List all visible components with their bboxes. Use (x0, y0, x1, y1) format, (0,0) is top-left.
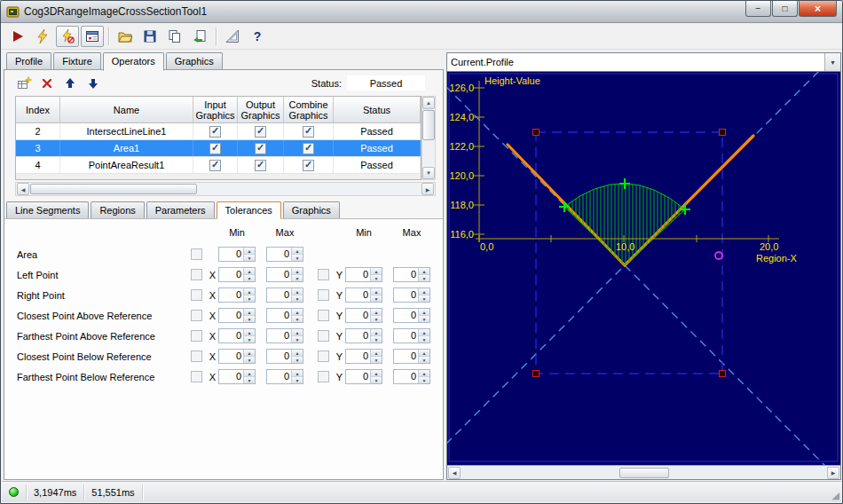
maximize-button[interactable]: □ (772, 1, 798, 17)
delete-operator-button[interactable] (38, 75, 56, 92)
run-button[interactable] (6, 26, 29, 47)
x-enable-checkbox[interactable] (191, 371, 202, 382)
help-button[interactable]: ? (246, 26, 269, 47)
x-max-spinner[interactable]: 0 (266, 328, 303, 343)
y-min-spinner[interactable]: 0 (345, 349, 382, 364)
resize-grip[interactable]: ◢ (832, 491, 839, 500)
x-enable-checkbox[interactable] (191, 350, 202, 362)
region-handle[interactable] (533, 371, 540, 377)
scroll-thumb[interactable] (422, 110, 435, 140)
y-enable-checkbox[interactable] (318, 310, 329, 321)
scroll-thumb[interactable] (619, 468, 669, 478)
save-button[interactable] (138, 26, 162, 47)
column-header-output-graphics[interactable]: Output Graphics (238, 97, 284, 122)
scroll-thumb[interactable] (30, 184, 197, 194)
move-down-button[interactable] (84, 75, 102, 92)
column-header-combine-graphics[interactable]: Combine Graphics (284, 97, 334, 122)
x-min-spinner[interactable]: 0 (218, 328, 256, 343)
combine-graphics-checkbox[interactable] (303, 160, 314, 171)
y-min-spinner[interactable]: 0 (345, 328, 382, 343)
scroll-left-button[interactable] (448, 467, 461, 479)
y-min-spinner[interactable]: 0 (345, 308, 382, 323)
tab-parameters[interactable]: Parameters (146, 201, 215, 218)
electric-run-button[interactable] (31, 26, 54, 47)
x-enable-checkbox[interactable] (191, 330, 202, 342)
tab-profile[interactable]: Profile (6, 52, 51, 70)
titlebar[interactable]: Cog3DRangeImageCrossSectionTool1 − □ × (1, 1, 842, 23)
measure-button[interactable] (221, 26, 244, 47)
x-enable-checkbox[interactable] (191, 289, 202, 301)
tab-regions[interactable]: Regions (91, 201, 144, 218)
tab-line-segments[interactable]: Line Segments (6, 201, 89, 218)
x-enable-checkbox[interactable] (191, 310, 202, 321)
tab-operators[interactable]: Operators (103, 52, 164, 71)
y-max-spinner[interactable]: 0 (393, 308, 430, 323)
x-max-spinner[interactable]: 0 (266, 287, 303, 303)
copy-button[interactable] (163, 26, 186, 47)
y-max-spinner[interactable]: 0 (393, 267, 430, 282)
area-enable-checkbox[interactable] (191, 248, 202, 260)
scroll-down-button[interactable] (422, 167, 435, 179)
operator-row[interactable]: 4 PointAreaResult1 Passed (16, 157, 421, 174)
tab-tolerances[interactable]: Tolerances (217, 201, 281, 219)
table-vertical-scrollbar[interactable] (422, 96, 436, 180)
scroll-up-button[interactable] (422, 97, 435, 109)
chevron-down-icon[interactable] (824, 53, 840, 71)
rotation-handle[interactable] (715, 252, 722, 259)
y-enable-checkbox[interactable] (318, 330, 329, 342)
y-enable-checkbox[interactable] (318, 289, 329, 301)
x-max-spinner[interactable]: 0 (266, 308, 303, 323)
region-handle[interactable] (533, 130, 540, 136)
y-max-spinner[interactable]: 0 (393, 328, 430, 343)
combine-graphics-checkbox[interactable] (303, 126, 314, 138)
electric-toggle-button[interactable] (56, 26, 79, 47)
column-header-name[interactable]: Name (60, 97, 193, 122)
tab-graphics-sub[interactable]: Graphics (283, 201, 340, 218)
close-button[interactable]: × (799, 1, 837, 17)
x-enable-checkbox[interactable] (191, 269, 202, 280)
x-min-spinner[interactable]: 0 (218, 349, 256, 364)
tab-fixture[interactable]: Fixture (53, 52, 101, 70)
profile-chart[interactable]: Height-Value 126,0 124,0 122,0 120,0 118… (447, 72, 840, 465)
x-min-spinner[interactable]: 0 (218, 369, 256, 384)
x-min-spinner[interactable]: 0 (218, 308, 256, 323)
input-graphics-checkbox[interactable] (209, 126, 221, 138)
plot-horizontal-scrollbar[interactable] (447, 465, 840, 479)
table-horizontal-scrollbar[interactable] (15, 182, 436, 196)
x-max-spinner[interactable]: 0 (266, 267, 303, 282)
move-up-button[interactable] (61, 75, 79, 92)
x-max-spinner[interactable]: 0 (266, 349, 303, 364)
profile-plot[interactable]: Height-Value 126,0 124,0 122,0 120,0 118… (447, 72, 840, 465)
y-enable-checkbox[interactable] (318, 350, 329, 362)
x-max-spinner[interactable]: 0 (266, 369, 303, 384)
import-button[interactable] (188, 26, 211, 47)
y-enable-checkbox[interactable] (318, 371, 329, 382)
scroll-right-button[interactable] (422, 183, 434, 195)
open-button[interactable] (114, 26, 137, 47)
column-header-status[interactable]: Status (334, 97, 421, 122)
operator-row-selected[interactable]: 3 Area1 Passed (16, 140, 421, 157)
profile-selector[interactable]: Current.Profile (447, 53, 840, 72)
area-max-spinner[interactable]: 0 (266, 247, 303, 262)
input-graphics-checkbox[interactable] (209, 143, 221, 154)
output-graphics-checkbox[interactable] (255, 143, 266, 154)
region-handle[interactable] (720, 130, 726, 136)
column-header-input-graphics[interactable]: Input Graphics (193, 97, 238, 122)
x-min-spinner[interactable]: 0 (218, 287, 256, 303)
area-min-spinner[interactable]: 0 (218, 247, 256, 262)
y-min-spinner[interactable]: 0 (345, 369, 382, 384)
x-min-spinner[interactable]: 0 (218, 267, 256, 282)
combine-graphics-checkbox[interactable] (303, 143, 314, 154)
y-enable-checkbox[interactable] (318, 269, 329, 280)
add-operator-button[interactable] (15, 75, 33, 92)
region-handle[interactable] (720, 371, 726, 377)
operator-row[interactable]: 2 IntersectLineLine1 Passed (16, 123, 421, 140)
y-max-spinner[interactable]: 0 (393, 349, 430, 364)
results-window-button[interactable] (81, 26, 104, 47)
y-max-spinner[interactable]: 0 (393, 369, 430, 384)
y-min-spinner[interactable]: 0 (345, 267, 382, 282)
tab-graphics[interactable]: Graphics (166, 52, 223, 70)
minimize-button[interactable]: − (745, 1, 771, 17)
input-graphics-checkbox[interactable] (209, 160, 221, 171)
y-min-spinner[interactable]: 0 (345, 287, 382, 303)
